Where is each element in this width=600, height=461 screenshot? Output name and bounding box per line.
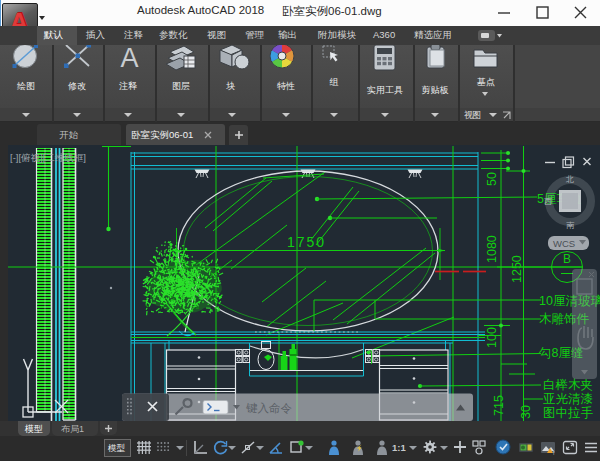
svg-text:键入命令: 键入命令 [246,402,293,414]
svg-text:!: ! [553,450,554,456]
svg-text:30: 30 [519,405,533,419]
svg-text:白榉木夹: 白榉木夹 [543,378,593,392]
svg-text:B: B [563,252,571,266]
svg-text:亚光清漆: 亚光清漆 [543,392,593,406]
svg-text:西: 西 [544,197,552,206]
svg-text:WCS: WCS [553,238,575,249]
svg-text:图中拉手: 图中拉手 [543,406,594,420]
svg-text:南: 南 [566,221,575,230]
svg-text:100: 100 [485,327,499,348]
svg-text:1080: 1080 [485,235,499,263]
svg-text:50: 50 [485,172,499,186]
svg-text:A: A [120,45,138,73]
svg-text:715: 715 [492,395,506,416]
svg-text:[-][俯视][二维线框]: [-][俯视][二维线框] [10,152,86,163]
svg-text:1750: 1750 [287,234,326,250]
svg-text:北: 北 [565,175,574,184]
svg-text:1250: 1250 [510,255,524,283]
